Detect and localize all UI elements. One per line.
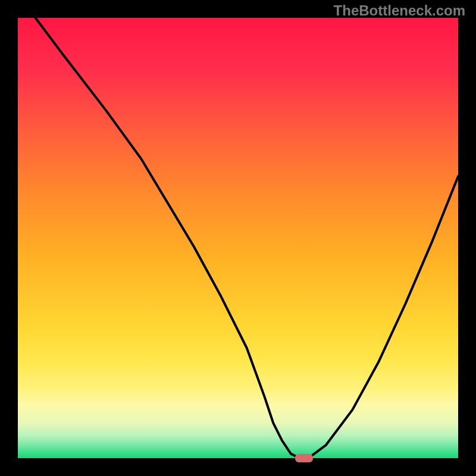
optimal-marker xyxy=(295,454,313,462)
plot-gradient-area xyxy=(18,18,458,458)
chart-svg xyxy=(0,0,476,476)
watermark-label: TheBottleneck.com xyxy=(334,2,465,19)
bottleneck-chart: TheBottleneck.com xyxy=(0,0,476,476)
